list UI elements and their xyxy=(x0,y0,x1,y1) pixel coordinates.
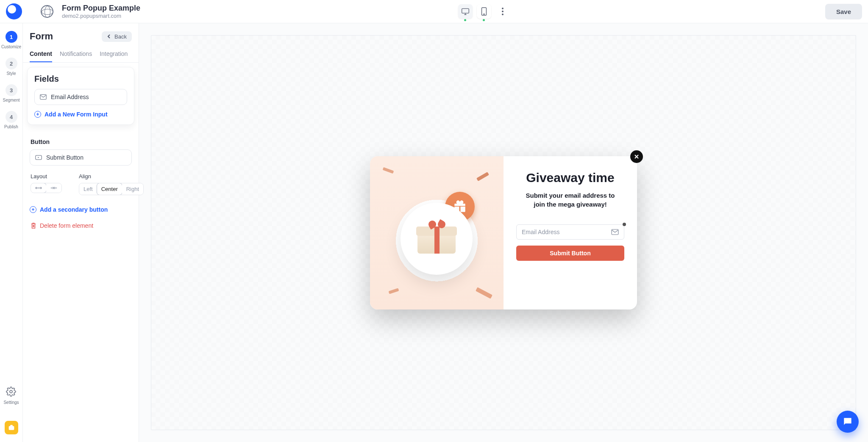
mobile-icon xyxy=(481,7,487,16)
step-style[interactable]: 2 Style xyxy=(6,58,17,76)
arrow-left-icon xyxy=(107,34,112,39)
layout-toggle-group xyxy=(31,183,62,193)
fields-card: Fields Email Address + Add a New Form In… xyxy=(27,67,134,125)
align-center[interactable]: Center xyxy=(97,183,122,195)
more-menu-button[interactable] xyxy=(498,4,507,19)
popup-headline[interactable]: Giveaway time xyxy=(526,171,614,185)
svg-point-3 xyxy=(10,390,12,393)
desktop-active-dot xyxy=(464,19,466,21)
briefcase-icon xyxy=(8,424,15,431)
mail-icon xyxy=(40,94,47,100)
confetti-icon xyxy=(383,167,394,173)
popup-subtext[interactable]: Submit your email address to join the me… xyxy=(526,191,615,210)
popup-email-placeholder: Email Address xyxy=(522,229,608,235)
svg-rect-4 xyxy=(9,426,14,430)
tab-content[interactable]: Content xyxy=(30,46,52,62)
back-button[interactable]: Back xyxy=(102,31,132,42)
step-number: 4 xyxy=(6,111,17,123)
editor-panel: Form Back Content Notifications Integrat… xyxy=(23,23,139,442)
popup-form-side: Giveaway time Submit your email address … xyxy=(504,156,637,309)
submit-button-field[interactable]: Submit Button xyxy=(30,149,132,166)
mail-icon xyxy=(611,229,619,235)
step-label: Publish xyxy=(4,124,18,129)
gear-icon xyxy=(6,387,16,397)
desktop-icon xyxy=(461,8,470,15)
arrows-collapse-icon xyxy=(50,186,57,190)
device-desktop-button[interactable] xyxy=(458,4,473,19)
popup-subtext-line1: Submit your email address to xyxy=(526,192,615,199)
required-indicator xyxy=(623,223,626,226)
help-chat-button[interactable] xyxy=(837,411,859,433)
layout-full-width[interactable] xyxy=(31,183,47,193)
step-number: 3 xyxy=(6,84,17,96)
submit-button-label: Submit Button xyxy=(46,154,83,161)
field-email-address[interactable]: Email Address xyxy=(34,89,127,105)
save-button[interactable]: Save xyxy=(825,4,862,19)
confetti-icon xyxy=(476,287,492,299)
tab-integration[interactable]: Integration xyxy=(100,46,128,62)
add-input-label: Add a New Form Input xyxy=(45,111,108,118)
settings-button[interactable]: Settings xyxy=(3,387,19,405)
popup-subtext-line2: join the mega giveaway! xyxy=(534,201,607,208)
add-input-button[interactable]: + Add a New Form Input xyxy=(34,111,127,118)
plus-icon: + xyxy=(30,206,36,213)
device-switcher xyxy=(140,4,825,19)
plus-icon: + xyxy=(34,111,41,118)
popup-preview[interactable]: Giveaway time Submit your email address … xyxy=(370,156,637,309)
campaign-title: Form Popup Example xyxy=(62,4,140,13)
layout-inline[interactable] xyxy=(46,183,61,193)
step-customize[interactable]: 1 Customize xyxy=(1,31,21,49)
gift-illustration xyxy=(401,203,473,275)
step-label: Segment xyxy=(3,98,19,102)
align-controls: Align Left Center Right xyxy=(79,173,144,195)
panel-header: Form Back xyxy=(23,23,139,46)
step-publish[interactable]: 4 Publish xyxy=(4,111,18,129)
tab-notifications[interactable]: Notifications xyxy=(60,46,92,62)
popup-email-input[interactable]: Email Address xyxy=(516,224,624,240)
globe-icon xyxy=(41,5,53,18)
align-left[interactable]: Left xyxy=(79,183,97,195)
svg-rect-0 xyxy=(462,8,469,13)
add-secondary-label: Add a secondary button xyxy=(40,206,108,213)
brand-logo[interactable] xyxy=(6,3,22,19)
step-number: 1 xyxy=(6,31,17,43)
button-icon xyxy=(35,155,42,160)
close-icon xyxy=(634,154,639,159)
popup-image-side xyxy=(370,156,504,309)
device-mobile-button[interactable] xyxy=(477,4,491,19)
svg-rect-1 xyxy=(482,8,487,15)
top-bar-left: Form Popup Example demo2.popupsmart.com xyxy=(6,3,140,19)
align-toggle-group: Left Center Right xyxy=(79,183,144,195)
align-title: Align xyxy=(79,173,144,180)
button-section-title: Button xyxy=(31,138,132,145)
preview-canvas: Giveaway time Submit your email address … xyxy=(139,23,868,442)
confetti-icon xyxy=(476,172,489,181)
package-button[interactable] xyxy=(5,421,18,434)
fields-title: Fields xyxy=(34,74,127,84)
panel-title: Form xyxy=(30,31,53,42)
mobile-active-dot xyxy=(483,19,485,21)
popup-close-button[interactable] xyxy=(630,150,643,163)
panel-tabs: Content Notifications Integration xyxy=(23,46,139,63)
arrows-horizontal-icon xyxy=(35,186,42,190)
settings-label: Settings xyxy=(3,400,19,405)
delete-label: Delete form element xyxy=(40,222,93,229)
add-secondary-button[interactable]: + Add a secondary button xyxy=(30,206,132,213)
chat-icon xyxy=(842,416,853,427)
campaign-domain: demo2.popupsmart.com xyxy=(62,13,140,19)
field-label: Email Address xyxy=(51,94,89,100)
button-section: Button Submit Button Layout Align xyxy=(23,129,139,238)
step-segment[interactable]: 3 Segment xyxy=(3,84,19,102)
delete-element-button[interactable]: Delete form element xyxy=(31,222,131,229)
campaign-title-block: Form Popup Example demo2.popupsmart.com xyxy=(62,4,140,19)
svg-point-2 xyxy=(484,14,484,14)
step-rail: 1 Customize 2 Style 3 Segment 4 Publish … xyxy=(0,23,23,442)
step-label: Style xyxy=(6,71,16,76)
layout-title: Layout xyxy=(31,173,62,180)
trash-icon xyxy=(31,222,36,229)
step-number: 2 xyxy=(6,58,17,69)
popup-submit-button[interactable]: Submit Button xyxy=(516,246,624,261)
back-label: Back xyxy=(114,33,127,40)
step-label: Customize xyxy=(1,44,21,49)
layout-controls: Layout xyxy=(31,173,62,195)
